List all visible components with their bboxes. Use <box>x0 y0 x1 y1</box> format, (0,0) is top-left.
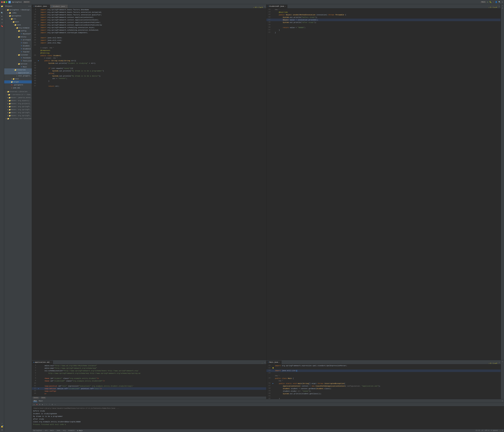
tree-item-maven-sf1[interactable]: ▶ 📁 Maven: org.springframew <box>4 105 32 108</box>
bc-org[interactable]: org <box>63 430 65 432</box>
run-debug-icon[interactable]: ▶ <box>0 15 4 18</box>
code-editor-studentaop[interactable]: 13 new * 14 @Override 15 <box>266 9 501 360</box>
tree-item-entity[interactable]: ▾ 📁 entity <box>4 35 32 38</box>
run-button[interactable]: ▶ <box>487 1 488 3</box>
tree-item-target[interactable]: ▾ 📁 target <box>4 80 32 83</box>
more-button[interactable]: ⋯ <box>493 1 494 3</box>
panel-icon-bottom[interactable]: ≡ <box>502 361 504 363</box>
tree-item-artteach[interactable]: C ArtTeach <box>4 38 32 41</box>
code-editor-xml[interactable]: 3 xmlns:xsi="http://www.w3.org/2001/XMLS… <box>32 364 266 396</box>
xml-tag-bean[interactable]: bean <box>41 397 46 399</box>
tree-item-resources[interactable]: ▾ 📁 resources <box>4 68 32 71</box>
maven-icon[interactable]: M <box>0 18 4 21</box>
debug-button[interactable]: 🐛 <box>489 1 492 3</box>
run-settings-button[interactable]: ⚙ <box>51 403 54 406</box>
settings-button[interactable]: ⚙ <box>502 1 503 3</box>
tree-item-studenta[interactable]: C StudentA <box>4 47 32 50</box>
tree-item-springtest[interactable]: ▾ 📁 SpringTest <box>4 14 32 17</box>
tab-menu-button[interactable]: ⋯ <box>498 5 501 8</box>
commit-icon[interactable]: ⑂ <box>0 8 4 11</box>
tree-item-java[interactable]: ▾ 📁 java <box>4 23 32 26</box>
bookmark-icon2[interactable]: 🔖 <box>0 25 4 28</box>
tree-item-springtest-root[interactable]: ▾ 📁 SpringTest ~/Desktop/CS/... <box>4 9 32 11</box>
tree-item-test[interactable]: ▶ 📁 test <box>4 77 32 80</box>
tree-item-external-libs[interactable]: ▾ 📁 External Libraries <box>4 90 32 93</box>
rerun-button[interactable]: ↺ <box>33 403 35 406</box>
tree-item-maven-sf3[interactable]: ▶ 📁 Maven: org.springframew <box>4 111 32 114</box>
tree-item-class[interactable]: C Class <box>4 41 32 44</box>
tab-close-icon[interactable]: ✕ <box>285 6 286 7</box>
bc-example[interactable]: example <box>68 430 74 432</box>
tree-item-scratches[interactable]: ▶ 📁 Scratches and Consoles <box>4 117 32 120</box>
xml-tag-beans[interactable]: beans <box>33 397 39 399</box>
tree-item-maven-aspectj[interactable]: ▶ 📁 Maven: org.aspectj:aspe <box>4 99 32 102</box>
more-run-button[interactable]: ⋯ <box>54 403 56 406</box>
code-editor-student[interactable]: 8 import org.springframework.beans.facto… <box>32 9 266 360</box>
tree-item-teacher[interactable]: C Teacher <box>4 50 32 53</box>
tab-main-java[interactable]: J Main.java ✕ <box>266 361 281 364</box>
panel-icon-2[interactable]: M <box>502 7 504 9</box>
tree-item-student[interactable]: C Student <box>4 44 32 47</box>
tree-item-corretto[interactable]: ▶ 📁 < corretto-17 > /Users/e... <box>4 93 32 96</box>
tab-menu-button[interactable]: ⋯ <box>263 5 266 8</box>
bc-java[interactable]: java <box>56 430 60 432</box>
tree-item-idea[interactable]: ▶ 📁 .idea <box>4 11 32 14</box>
tree-item-src[interactable]: ▾ 📁 src <box>4 17 32 20</box>
main-run-config[interactable]: Main <box>481 1 486 3</box>
step-out-button[interactable]: ↑ <box>48 403 51 406</box>
tree-item-application-xml[interactable]: ⊠ application.xml <box>4 71 32 74</box>
tree-item-test-properties[interactable]: ≡ test.properties <box>4 74 32 77</box>
tab-close-icon[interactable]: ✕ <box>51 362 51 363</box>
tab-menu-button[interactable]: ⋯ <box>498 361 501 364</box>
bc-main-class[interactable]: ⊕ Main <box>77 430 83 432</box>
tree-item-main[interactable]: ▾ 📁 main <box>4 20 32 23</box>
status-encoding[interactable]: UTF-8 <box>485 430 489 432</box>
tree-item-maven-jakarta[interactable]: ▶ 📁 Maven: jakarta.annotatio <box>4 96 32 99</box>
tree-item-testevent[interactable]: C TestEven <box>4 56 32 59</box>
tree-item-org-example[interactable]: ▾ 📁 org.example <box>4 26 32 29</box>
run-tab-run[interactable]: Run <box>33 400 37 402</box>
status-line-ending[interactable]: LF <box>482 430 483 432</box>
notifications-icon[interactable]: 🔔 <box>0 425 4 428</box>
profile-button[interactable]: 👤 <box>495 1 497 3</box>
panel-icon-1[interactable]: ≡ <box>502 5 504 7</box>
code-editor-main[interactable]: 11 import org.springframework.expression… <box>266 364 501 399</box>
minimize-button[interactable] <box>3 1 5 3</box>
close-button[interactable] <box>1 1 3 3</box>
find-icon[interactable]: 🔍 <box>0 11 4 14</box>
run-tab-main[interactable]: Main <box>38 400 43 402</box>
tab-application-xml[interactable]: ⊠ application.xml ✕ <box>32 361 53 364</box>
tab-close-icon[interactable]: ✕ <box>279 362 280 363</box>
settings-bottom-icon[interactable]: ⚙ <box>0 428 4 432</box>
status-indent[interactable]: 4 spaces <box>491 430 498 432</box>
bc-src[interactable]: src <box>45 430 47 432</box>
tab-student-java-2[interactable]: J Student.java ✕ <box>50 5 68 8</box>
tab-close-icon[interactable]: ✕ <box>66 6 66 7</box>
window-controls[interactable] <box>1 1 7 3</box>
structure-icon[interactable]: ≡ <box>0 21 4 24</box>
tree-item-maven-projectlombo[interactable]: ▶ 📁 Maven: org.projectlombo <box>4 102 32 105</box>
tree-item-mainconf[interactable]: C MainConf <box>4 32 32 35</box>
tree-item-maven-sf2[interactable]: ▶ 📁 Maven: org.springframew <box>4 108 32 111</box>
tree-item-main-service[interactable]: C Main <box>4 65 32 68</box>
tree-item-service[interactable]: ▾ 📁 service <box>4 62 32 65</box>
tree-item-pom[interactable]: ⊠ pom.xml <box>4 86 32 89</box>
tree-item-gitignore[interactable]: 🚫 .gitignore <box>4 83 32 86</box>
tab-student-java[interactable]: J Student.java ✕ <box>32 5 50 8</box>
stop-button[interactable]: ■ <box>36 403 38 406</box>
maximize-button[interactable] <box>6 1 7 3</box>
tab-menu-button[interactable]: ⋯ <box>263 361 266 364</box>
run-panel-close-icon[interactable]: ✕ <box>502 400 503 402</box>
resume-button[interactable]: ▶ <box>41 403 44 406</box>
tree-item-maven-sf4[interactable]: ▶ 📁 Maven: org.springframew <box>4 114 32 117</box>
tab-studentaop-java[interactable]: J StudentAOP.java ✕ <box>266 5 287 8</box>
project-icon[interactable]: 📁 <box>0 5 4 8</box>
pause-button[interactable]: ⏸ <box>38 403 41 406</box>
tree-item-config[interactable]: ▾ 📁 config <box>4 29 32 32</box>
branch-indicator[interactable]: master <box>23 1 30 3</box>
tree-item-listener[interactable]: ▾ 📁 listener <box>4 53 32 56</box>
step-in-button[interactable]: ↓ <box>45 403 48 406</box>
tree-item-testliste[interactable]: C TestListe <box>4 59 32 62</box>
problems-icon[interactable]: ⚠ <box>0 422 4 425</box>
search-button[interactable]: 🔍 <box>498 1 501 3</box>
